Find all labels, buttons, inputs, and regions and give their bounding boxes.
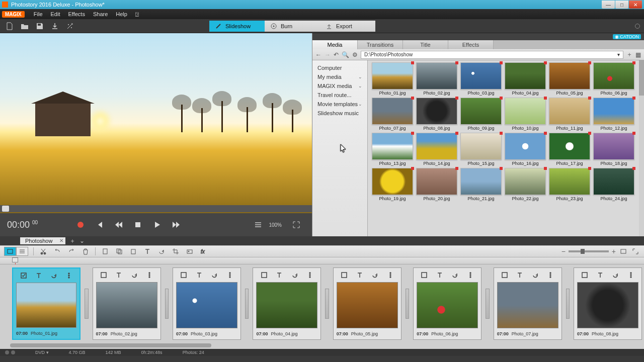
redo-icon[interactable]	[67, 247, 76, 256]
cartoon-badge[interactable]: ◉ CATOON	[613, 34, 641, 39]
thumbnail[interactable]: Photo_24.jpg	[593, 168, 634, 201]
clip-rotate-icon[interactable]	[611, 270, 620, 280]
nav-back-icon[interactable]: ←	[315, 51, 321, 58]
copy-icon[interactable]	[115, 247, 124, 256]
transition-slot[interactable]	[406, 289, 409, 319]
record-button[interactable]	[72, 217, 89, 232]
preview-zoom[interactable]: 100%	[269, 222, 282, 228]
clip[interactable]: 07:00Photo_06.jpg	[413, 267, 481, 340]
thumbnail-image[interactable]	[460, 133, 502, 160]
clip-checkbox[interactable]	[500, 270, 509, 280]
clip[interactable]: 07:00Photo_05.jpg	[333, 267, 401, 340]
tree-magix-media[interactable]: MAGIX media⌄	[312, 81, 367, 90]
close-button[interactable]: ✕	[629, 1, 642, 9]
clip-rotate-icon[interactable]	[450, 270, 459, 280]
scrub-handle[interactable]	[2, 206, 9, 212]
clip-text-icon[interactable]	[114, 270, 123, 280]
thumbnail[interactable]: Photo_23.jpg	[549, 168, 590, 201]
thumbnail-image[interactable]	[460, 62, 502, 89]
zoom-in-icon[interactable]: +	[612, 247, 616, 255]
add-tab-icon[interactable]: ＋	[69, 237, 75, 245]
thumbnail[interactable]: Photo_16.jpg	[505, 133, 546, 166]
rotate-icon[interactable]	[157, 247, 166, 256]
add-icon[interactable]: ＋	[626, 50, 632, 59]
clip-rotate-icon[interactable]	[210, 270, 219, 280]
zoom-slider[interactable]	[569, 250, 609, 252]
storyboard-view-icon[interactable]	[4, 247, 16, 256]
thumbnail[interactable]: Photo_03.jpg	[460, 62, 502, 96]
clip-menu-icon[interactable]	[305, 270, 314, 280]
clip-menu-icon[interactable]	[546, 270, 555, 280]
thumbnail[interactable]: Photo_05.jpg	[549, 62, 590, 96]
gear-icon[interactable]: ⚙	[352, 51, 358, 58]
clip-rotate-icon[interactable]	[370, 270, 379, 280]
tab-menu-icon[interactable]: ⌄	[79, 237, 85, 244]
thumbnail-image[interactable]	[593, 62, 634, 89]
media-scrollbar[interactable]	[639, 60, 644, 236]
thumbnail-image[interactable]	[549, 168, 590, 195]
mode-burn[interactable]: Burn	[265, 21, 320, 32]
fx-icon[interactable]: fx	[199, 247, 208, 256]
clip-checkbox[interactable]	[420, 270, 429, 280]
timeline-view-icon[interactable]	[16, 247, 28, 256]
clip-rotate-icon[interactable]	[531, 270, 540, 280]
timeline-tab[interactable]: Photoshow ✕	[20, 237, 65, 244]
clip[interactable]: 07:00Photo_02.jpg	[93, 267, 161, 340]
thumbnail[interactable]: Photo_18.jpg	[593, 133, 634, 166]
clip-checkbox[interactable]	[340, 270, 349, 280]
expand-icon[interactable]	[631, 247, 640, 256]
text-icon[interactable]	[143, 247, 152, 256]
optimize-icon[interactable]	[185, 247, 194, 256]
clip-menu-icon[interactable]	[145, 270, 154, 280]
thumbnail-image[interactable]	[416, 62, 457, 89]
paste-icon[interactable]	[101, 247, 110, 256]
thumbnail-image[interactable]	[593, 98, 634, 125]
tree-computer[interactable]: Computer	[312, 63, 367, 72]
clip-text-icon[interactable]	[515, 270, 524, 280]
thumbnail-image[interactable]	[505, 168, 546, 195]
thumbnail[interactable]: Photo_10.jpg	[505, 98, 546, 131]
media-tab-media[interactable]: Media	[312, 40, 358, 49]
transition-slot[interactable]	[566, 289, 570, 319]
thumbnail[interactable]: Photo_08.jpg	[416, 98, 457, 131]
thumbnail-image[interactable]	[372, 133, 413, 160]
tree-slideshow-music[interactable]: Slideshow music	[312, 109, 367, 118]
nav-forward-icon[interactable]: →	[325, 51, 331, 58]
settings-icon[interactable]	[635, 24, 640, 29]
thumbnail[interactable]: Photo_06.jpg	[593, 62, 634, 96]
clip-menu-icon[interactable]	[466, 270, 475, 280]
thumbnail-image[interactable]	[505, 62, 546, 89]
clip-rotate-icon[interactable]	[49, 271, 58, 280]
transition-slot[interactable]	[165, 289, 169, 319]
close-tab-icon[interactable]: ✕	[59, 238, 63, 243]
thumbnail-image[interactable]	[549, 98, 590, 125]
thumbnail-image[interactable]	[593, 133, 634, 160]
thumbnail-image[interactable]	[549, 133, 590, 160]
rewind-button[interactable]	[110, 217, 127, 232]
thumbnail-image[interactable]	[372, 168, 413, 195]
clip-checkbox[interactable]	[580, 270, 589, 280]
transition-slot[interactable]	[245, 289, 249, 319]
media-tab-transitions[interactable]: Transitions	[358, 40, 403, 49]
fit-icon[interactable]	[619, 247, 628, 256]
mode-slideshow[interactable]: Slideshow	[209, 21, 265, 32]
mode-export[interactable]: Export	[320, 21, 375, 32]
clip-checkbox[interactable]	[99, 270, 108, 280]
thumbnail[interactable]: Photo_09.jpg	[460, 98, 502, 131]
search-icon[interactable]: 🔍	[342, 51, 349, 58]
clip-menu-icon[interactable]	[64, 271, 73, 280]
clip[interactable]: 07:00Photo_03.jpg	[173, 267, 241, 340]
fullscreen-icon[interactable]	[288, 217, 305, 232]
grid-view-icon[interactable]: ▦	[635, 51, 641, 58]
clip-rotate-icon[interactable]	[130, 270, 139, 280]
cut-icon[interactable]	[39, 247, 48, 256]
menu-effects[interactable]: Effects	[64, 10, 89, 18]
clip[interactable]: 07:00Photo_01.jpg	[12, 267, 80, 340]
clipboard-icon[interactable]	[129, 247, 138, 256]
list-menu-icon[interactable]	[250, 217, 267, 232]
zoom-out-icon[interactable]: −	[561, 247, 566, 255]
menu-help-icon[interactable]: ⍰	[131, 10, 143, 18]
tree-my-media[interactable]: My media⌄	[312, 72, 367, 81]
thumbnail[interactable]: Photo_04.jpg	[505, 62, 546, 96]
thumbnail-image[interactable]	[505, 133, 546, 160]
